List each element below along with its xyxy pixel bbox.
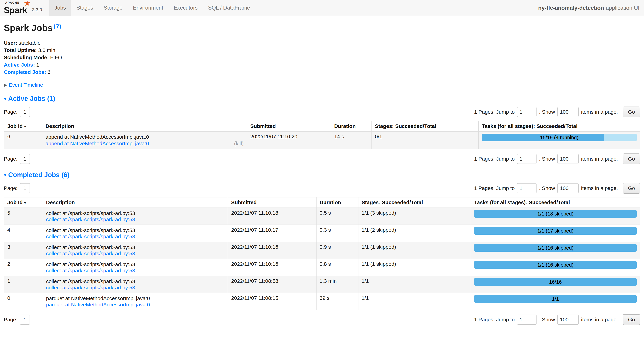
duration-cell: 14 s [331, 131, 372, 149]
col-submitted[interactable]: Submitted [228, 197, 316, 208]
page-number-input[interactable] [20, 183, 30, 193]
col-stages[interactable]: Stages: Succeeded/Total [372, 121, 478, 131]
table-row: 1 collect at /spark-scripts/spark-ad.py:… [4, 276, 640, 293]
nav-tab-storage[interactable]: Storage [98, 0, 128, 16]
show-items-input[interactable] [558, 183, 578, 193]
nav-tab-stages[interactable]: Stages [71, 0, 98, 16]
submitted-cell: 2022/11/07 11:08:58 [228, 276, 316, 293]
pages-info-text: 1 Pages. Jump to [474, 156, 514, 162]
job-id-cell: 6 [4, 131, 42, 149]
nav-tab-sql-dataframe[interactable]: SQL / DataFrame [203, 0, 255, 16]
col-description[interactable]: Description [43, 197, 228, 208]
job-id-cell: 1 [4, 276, 43, 293]
completed-jobs-heading[interactable]: ▾ Completed Jobs (6) [4, 171, 640, 179]
col-job-id[interactable]: Job Id▾ [4, 121, 42, 131]
progress-label: 1/1 (18 skipped) [474, 210, 637, 218]
show-text: . Show [539, 109, 555, 115]
col-duration[interactable]: Duration [331, 121, 372, 131]
application-ui-suffix: application UI [606, 5, 640, 11]
page-number-input[interactable] [20, 107, 30, 117]
jump-to-input[interactable] [517, 315, 536, 325]
job-detail-link[interactable]: append at NativeMethodAccessorImpl.java:… [46, 140, 149, 147]
col-stages[interactable]: Stages: Succeeded/Total [358, 197, 471, 208]
tasks-cell: 15/19 (4 running) [478, 131, 640, 149]
page-label: Page: [4, 156, 18, 162]
expanded-arrow-icon: ▾ [4, 172, 6, 178]
col-duration[interactable]: Duration [316, 197, 358, 208]
show-items-input[interactable] [558, 107, 578, 117]
go-button[interactable]: Go [623, 153, 640, 164]
submitted-cell: 2022/11/07 11:10:16 [228, 259, 316, 276]
nav-tab-jobs[interactable]: Jobs [50, 0, 71, 16]
submitted-cell: 2022/11/07 11:10:16 [228, 242, 316, 259]
tasks-progress-bar: 1/1 (17 skipped) [474, 227, 637, 235]
top-navbar: APACHE ★ Spark 3.3.0 Jobs Stages Storage… [0, 0, 644, 16]
nav-tab-executors[interactable]: Executors [168, 0, 203, 16]
stages-cell: 1/1 (3 skipped) [358, 208, 471, 225]
help-link[interactable]: (?) [54, 23, 61, 29]
submitted-cell: 2022/11/07 11:08:15 [228, 293, 316, 310]
page-title: Spark Jobs(?) [4, 22, 640, 33]
pagination: Page: 1 Pages. Jump to . Show items in a… [4, 153, 640, 164]
page-number-input[interactable] [20, 315, 30, 325]
job-detail-link[interactable]: collect at /spark-scripts/spark-ad.py:53 [46, 217, 135, 222]
tasks-cell: 1/1 [471, 293, 640, 310]
tasks-cell: 1/1 (16 skipped) [471, 242, 640, 259]
description-cell: collect at /spark-scripts/spark-ad.py:53… [43, 259, 228, 276]
stages-cell: 1/1 [358, 276, 471, 293]
progress-label: 1/1 (16 skipped) [474, 261, 637, 269]
collapsed-arrow-icon: ▶ [4, 82, 7, 87]
job-detail-link[interactable]: collect at /spark-scripts/spark-ad.py:53 [46, 234, 135, 239]
col-tasks[interactable]: Tasks (for all stages): Succeeded/Total [471, 197, 640, 208]
description-cell: collect at /spark-scripts/spark-ad.py:53… [43, 208, 228, 225]
kill-job-link[interactable]: (kill) [234, 140, 244, 147]
go-button[interactable]: Go [623, 106, 640, 117]
job-id-cell: 2 [4, 259, 43, 276]
tasks-cell: 1/1 (17 skipped) [471, 225, 640, 242]
show-text: . Show [539, 185, 555, 191]
col-description[interactable]: Description [42, 121, 247, 131]
job-id-cell: 5 [4, 208, 43, 225]
job-detail-link[interactable]: collect at /spark-scripts/spark-ad.py:53 [46, 268, 135, 273]
show-items-input[interactable] [558, 154, 578, 164]
duration-cell: 0.5 s [316, 208, 358, 225]
job-id-cell: 3 [4, 242, 43, 259]
table-row: 5 collect at /spark-scripts/spark-ad.py:… [4, 208, 640, 225]
progress-label: 15/19 (4 running) [482, 134, 637, 141]
show-items-input[interactable] [558, 315, 578, 325]
nav-tab-environment[interactable]: Environment [128, 0, 168, 16]
active-jobs-heading[interactable]: ▾ Active Jobs (1) [4, 95, 640, 102]
go-button[interactable]: Go [623, 314, 640, 325]
job-detail-link[interactable]: collect at /spark-scripts/spark-ad.py:53 [46, 285, 135, 291]
col-job-id[interactable]: Job Id▾ [4, 197, 43, 208]
job-detail-link[interactable]: parquet at NativeMethodAccessorImpl.java… [46, 302, 150, 308]
completed-jobs-link[interactable]: Completed Jobs: [4, 69, 46, 75]
summary-scheduling-mode: Scheduling Mode:FIFO [4, 54, 640, 61]
items-text: items in a page. [581, 109, 618, 115]
tasks-cell: 16/16 [471, 276, 640, 293]
stages-cell: 1/1 (1 skipped) [358, 259, 471, 276]
duration-cell: 0.9 s [316, 242, 358, 259]
go-button[interactable]: Go [623, 183, 640, 194]
jump-to-input[interactable] [517, 154, 536, 164]
job-detail-link[interactable]: collect at /spark-scripts/spark-ad.py:53 [46, 251, 135, 256]
pagination: Page: 1 Pages. Jump to . Show items in a… [4, 314, 640, 325]
summary-active-jobs: Active Jobs:1 [4, 61, 640, 68]
submitted-cell: 2022/11/07 11:10:20 [247, 131, 331, 149]
spark-logo[interactable]: APACHE ★ Spark [4, 1, 30, 14]
jump-to-input[interactable] [517, 107, 536, 117]
col-submitted[interactable]: Submitted [247, 121, 331, 131]
tasks-cell: 1/1 (16 skipped) [471, 259, 640, 276]
active-jobs-table: Job Id▾ Description Submitted Duration S… [4, 121, 640, 149]
col-tasks[interactable]: Tasks (for all stages): Succeeded/Total [478, 121, 640, 131]
spark-logo-block: APACHE ★ Spark 3.3.0 [4, 0, 42, 16]
event-timeline-label[interactable]: Event Timeline [9, 82, 43, 88]
page-number-input[interactable] [20, 154, 30, 164]
application-name: ny-tlc-anomaly-detection [538, 5, 604, 11]
table-row: 6 append at NativeMethodAccessorImpl.jav… [4, 131, 640, 149]
progress-label: 1/1 (17 skipped) [474, 227, 637, 235]
active-jobs-link[interactable]: Active Jobs: [4, 62, 35, 68]
event-timeline-toggle[interactable]: ▶ Event Timeline [4, 82, 640, 88]
progress-label: 1/1 [474, 295, 637, 303]
jump-to-input[interactable] [517, 183, 536, 193]
